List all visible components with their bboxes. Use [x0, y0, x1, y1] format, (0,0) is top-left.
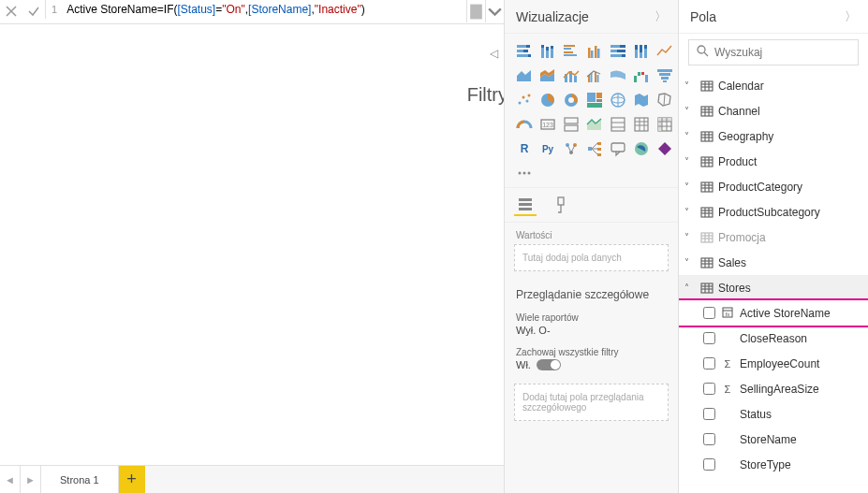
table-product[interactable]: ˅ Product — [679, 149, 868, 174]
svg-rect-15 — [564, 51, 573, 53]
svg-rect-19 — [595, 46, 597, 58]
filters-expand-icon[interactable]: ◁ — [490, 47, 498, 60]
viz-treemap-icon[interactable] — [584, 90, 605, 110]
field-employeecount[interactable]: Σ EmployeeCount — [679, 351, 868, 376]
table-productcategory[interactable]: ˅ ProductCategory — [679, 174, 868, 199]
svg-rect-4 — [523, 50, 528, 52]
viz-format-tab[interactable] — [550, 194, 572, 216]
viz-card-icon[interactable]: 123 — [537, 114, 558, 135]
fields-collapse-icon[interactable]: 〉 — [845, 8, 857, 25]
table-productsubcategory[interactable]: ˅ ProductSubcategory — [679, 199, 868, 225]
cross-report-toggle[interactable]: Wył. O- — [505, 325, 678, 341]
viz-key-influencers-icon[interactable] — [561, 138, 581, 159]
formula-commit-button[interactable] — [22, 0, 45, 22]
filters-pane-collapsed: ◁ Filtry — [483, 47, 504, 69]
viz-waterfall-icon[interactable] — [631, 65, 652, 86]
field-checkbox[interactable] — [703, 383, 715, 395]
svg-rect-58 — [587, 103, 602, 108]
table-calendar[interactable]: ˅ Calendar — [679, 73, 868, 98]
svg-rect-41 — [638, 72, 640, 76]
formula-expand-button[interactable] — [485, 0, 504, 22]
table-stores[interactable]: ˄ Stores — [679, 275, 868, 300]
svg-line-86 — [571, 145, 575, 152]
viz-table-icon[interactable] — [631, 114, 652, 135]
viz-line-clustered-column-icon[interactable] — [584, 65, 605, 86]
viz-clustered-column-icon[interactable] — [584, 41, 605, 62]
viz-matrix-icon[interactable] — [655, 114, 675, 135]
fields-search-box[interactable] — [688, 39, 859, 65]
field-sellingareasize[interactable]: Σ SellingAreaSize — [679, 376, 868, 401]
filters-label[interactable]: Filtry — [467, 84, 508, 106]
viz-line-icon[interactable] — [655, 41, 675, 62]
viz-decomposition-icon[interactable] — [584, 138, 605, 159]
viz-r-icon[interactable]: R — [514, 138, 535, 159]
viz-donut-icon[interactable] — [561, 90, 581, 110]
viz-pie-icon[interactable] — [537, 90, 558, 110]
drillthrough-field-well[interactable]: Dodaj tutaj pola przeglądania szczegółow… — [514, 384, 669, 421]
viz-qa-icon[interactable] — [608, 138, 628, 159]
viz-gauge-icon[interactable] — [514, 114, 535, 135]
svg-line-104 — [704, 52, 708, 56]
field-storetype[interactable]: StoreType — [679, 452, 868, 477]
formula-cancel-button[interactable] — [0, 0, 22, 22]
viz-filled-map-icon[interactable] — [631, 90, 652, 110]
field-checkbox[interactable] — [703, 408, 715, 420]
svg-rect-32 — [644, 45, 647, 49]
svg-rect-22 — [620, 45, 625, 48]
table-channel[interactable]: ˅ Channel — [679, 98, 868, 123]
page-next-button[interactable]: ► — [21, 466, 41, 494]
viz-ribbon-icon[interactable] — [608, 65, 628, 86]
viz-stacked-column-icon[interactable] — [537, 41, 558, 62]
field-status[interactable]: Status — [679, 401, 868, 427]
page-prev-button[interactable]: ◄ — [0, 466, 21, 494]
field-closereason[interactable]: CloseReason — [679, 326, 868, 351]
viz-100-stacked-bar-icon[interactable] — [608, 41, 628, 62]
sigma-icon: Σ — [721, 358, 734, 370]
svg-rect-105 — [701, 81, 713, 91]
keep-filters-toggle[interactable]: Wł. — [505, 359, 678, 376]
viz-100-stacked-column-icon[interactable] — [631, 41, 652, 62]
table-geography[interactable]: ˅ Geography — [679, 123, 868, 149]
formula-input[interactable]: 1 Active StoreName = IF ( [Status] = "On… — [45, 0, 466, 19]
viz-funnel-icon[interactable] — [655, 65, 675, 86]
visualizations-collapse-icon[interactable]: 〉 — [655, 8, 667, 25]
viz-area-icon[interactable] — [514, 65, 535, 86]
viz-slicer-icon[interactable] — [608, 114, 628, 135]
svg-rect-57 — [596, 99, 602, 102]
viz-arcgis-icon[interactable] — [631, 138, 652, 159]
viz-line-stacked-column-icon[interactable] — [561, 65, 581, 86]
field-checkbox[interactable] — [703, 357, 715, 370]
viz-python-icon[interactable]: Py — [537, 138, 558, 159]
table-label: Stores — [718, 282, 751, 295]
field-active-storename[interactable]: fx Active StoreName — [679, 300, 868, 326]
field-storename[interactable]: StoreName — [679, 427, 868, 452]
viz-custom-icon[interactable] — [514, 163, 535, 183]
field-checkbox[interactable] — [703, 458, 715, 471]
viz-fields-tab[interactable] — [514, 194, 537, 216]
viz-kpi-icon[interactable] — [584, 114, 605, 135]
viz-stacked-area-icon[interactable] — [537, 65, 558, 86]
values-field-well[interactable]: Tutaj dodaj pola danych — [514, 244, 669, 271]
viz-clustered-bar-icon[interactable] — [561, 41, 581, 62]
fields-panel: Pola 〉 ˅ Calendar ˅ Channel ˅ Geography … — [678, 0, 868, 493]
table-promocja[interactable]: ˅ Promocja — [679, 225, 868, 250]
formula-suggestions-button[interactable] — [466, 0, 485, 22]
viz-scatter-icon[interactable] — [514, 90, 535, 110]
field-checkbox[interactable] — [703, 433, 715, 445]
fields-search-input[interactable] — [714, 46, 855, 59]
field-checkbox[interactable] — [703, 332, 715, 344]
table-sales[interactable]: ˅ Sales — [679, 250, 868, 275]
viz-multi-row-card-icon[interactable] — [561, 114, 581, 135]
viz-shape-map-icon[interactable] — [655, 90, 675, 110]
svg-rect-145 — [701, 283, 713, 293]
svg-rect-65 — [611, 118, 625, 131]
page-add-button[interactable]: + — [119, 466, 145, 494]
svg-rect-102 — [558, 197, 564, 205]
viz-powerapps-icon[interactable] — [655, 138, 675, 159]
page-tab-1[interactable]: Strona 1 — [41, 466, 119, 494]
keep-filters-label: Zachowaj wszystkie filtry — [505, 341, 678, 359]
field-checkbox[interactable] — [703, 307, 715, 319]
viz-stacked-bar-icon[interactable] — [514, 41, 535, 62]
viz-map-icon[interactable] — [608, 90, 628, 110]
fields-header: Pola 〉 — [679, 0, 868, 34]
